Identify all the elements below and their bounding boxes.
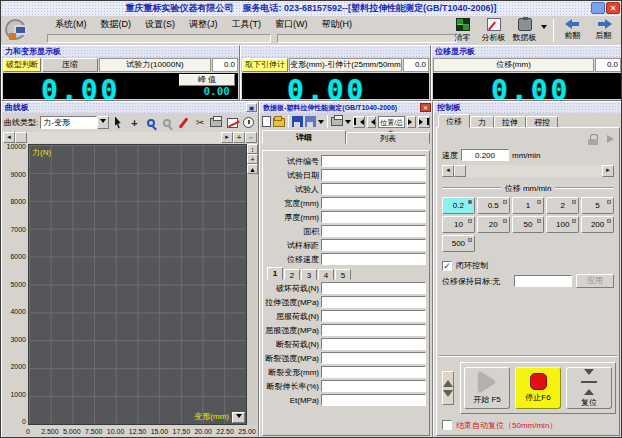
auto-reset-checkbox[interactable] <box>442 420 452 430</box>
page-next-button[interactable]: 后翻 <box>588 17 619 41</box>
analysis-board-button[interactable]: 分析板 <box>478 17 509 43</box>
first-record-button[interactable] <box>353 116 365 128</box>
speed-preset-button[interactable]: 0.5 <box>477 197 510 214</box>
speed-preset-button[interactable]: 50 <box>512 216 545 233</box>
field-input[interactable] <box>321 380 426 392</box>
speed-preset-button[interactable]: 100 <box>546 216 579 233</box>
speed-preset-button[interactable]: 200 <box>581 216 614 233</box>
field-input[interactable] <box>321 352 426 364</box>
expand-right-icon[interactable] <box>607 135 614 143</box>
fit-horizontal-icon[interactable]: ↔ <box>245 132 257 143</box>
field-input[interactable] <box>321 253 426 265</box>
chart-plot-area[interactable]: 力(N) 变形(mm) <box>28 144 247 425</box>
speed-preset-button[interactable]: 20 <box>477 216 510 233</box>
apply-button[interactable]: 应用 <box>576 274 614 288</box>
crosshair-tool-button[interactable]: + <box>127 115 141 130</box>
menu-item[interactable]: 设置(S) <box>139 16 183 33</box>
zoom-reset-icon[interactable]: + <box>233 132 245 143</box>
field-input[interactable] <box>321 183 426 195</box>
last-record-button[interactable] <box>418 116 430 128</box>
break-detect-button[interactable]: 破型判断 <box>3 58 41 72</box>
stop-button[interactable]: 停止F6 <box>515 367 561 409</box>
field-input[interactable] <box>321 366 426 378</box>
save-button[interactable] <box>292 114 303 129</box>
speed-input[interactable]: 0.200 <box>461 149 509 161</box>
field-input[interactable] <box>321 225 426 237</box>
toolbar-dropdown-icon[interactable] <box>541 25 547 32</box>
specimen-subtab[interactable]: 5 <box>335 269 351 280</box>
timer-button[interactable] <box>242 115 256 130</box>
specimen-subtab[interactable]: 1 <box>267 267 283 280</box>
field-input[interactable] <box>321 394 426 406</box>
scroll-track[interactable] <box>15 132 221 143</box>
scroll-right-icon[interactable]: ► <box>602 165 614 177</box>
field-input[interactable] <box>321 169 426 181</box>
scroll-up-icon[interactable]: ▲ <box>247 164 258 174</box>
next-record-button[interactable] <box>407 116 416 128</box>
curve-type-select[interactable]: 力-变形 <box>40 116 109 129</box>
close-button[interactable]: ✕ <box>606 2 620 14</box>
field-input[interactable] <box>321 211 426 223</box>
page-prev-button[interactable]: 前翻 <box>557 17 588 41</box>
zoom-in-button[interactable] <box>144 115 158 130</box>
specimen-subtab[interactable]: 3 <box>301 269 317 280</box>
cursor-tool-button[interactable] <box>111 115 125 130</box>
restore-panel-button[interactable]: ▣ <box>246 103 257 112</box>
field-input[interactable] <box>321 310 426 322</box>
hold-target-input[interactable] <box>514 275 572 287</box>
closed-loop-checkbox[interactable]: ✓ <box>442 261 452 271</box>
plot-options-button[interactable] <box>232 412 245 423</box>
zoom-out-button[interactable] <box>160 115 174 130</box>
fit-vertical-icon[interactable]: ↕ <box>247 144 258 154</box>
specimen-subtab[interactable]: 2 <box>284 269 300 280</box>
scroll-right-icon[interactable]: ► <box>221 132 233 143</box>
zoom-reset-vertical-icon[interactable]: + <box>247 154 258 164</box>
field-input[interactable] <box>321 155 426 167</box>
chart-vertical-scrollbar[interactable]: ↕ + ▲ <box>247 144 258 425</box>
start-button[interactable]: 开始 F5 <box>464 367 510 409</box>
lock-icon[interactable] <box>588 134 599 145</box>
menu-item[interactable]: 数据(D) <box>95 16 140 33</box>
menu-item[interactable]: 调整(J) <box>183 16 226 33</box>
menu-item[interactable]: 系统(M) <box>49 16 95 33</box>
cut-button[interactable]: ✂ <box>193 115 207 130</box>
data-board-button[interactable]: 数据板 <box>509 17 540 43</box>
scroll-left-icon[interactable]: ◄ <box>3 132 15 143</box>
clear-zero-button[interactable]: 清零 <box>447 17 478 43</box>
scroll-left-icon[interactable]: ◄ <box>442 165 454 177</box>
control-tab[interactable]: 位移 <box>438 114 470 128</box>
field-input[interactable] <box>321 197 426 209</box>
close-panel-button[interactable]: ✕ <box>420 103 431 112</box>
open-button[interactable] <box>273 114 285 129</box>
speed-preset-button[interactable]: 2 <box>546 197 579 214</box>
print-chart-button[interactable] <box>209 115 223 130</box>
print-dropdown-icon[interactable] <box>345 120 351 127</box>
field-input[interactable] <box>321 296 426 308</box>
field-input[interactable] <box>321 282 426 294</box>
specimen-subtab[interactable]: 4 <box>318 269 334 280</box>
speed-preset-button[interactable]: 0.2 <box>442 197 475 214</box>
field-input[interactable] <box>321 324 426 336</box>
annotate-pen-button[interactable] <box>176 115 190 130</box>
scroll-track[interactable] <box>454 165 602 177</box>
prev-record-button[interactable] <box>367 116 376 128</box>
jog-button[interactable] <box>442 371 454 405</box>
speed-preset-button[interactable]: 10 <box>442 216 475 233</box>
compression-button[interactable]: 压缩 <box>42 58 98 72</box>
speed-preset-button[interactable]: 1 <box>512 197 545 214</box>
chevron-down-icon[interactable] <box>97 116 109 129</box>
speed-preset-button[interactable]: 500 <box>442 235 475 252</box>
reset-button[interactable]: 复位 <box>566 367 612 409</box>
field-input[interactable] <box>321 239 426 251</box>
speed-scrollbar[interactable]: ◄ ► <box>442 165 614 177</box>
speed-preset-button[interactable]: 5 <box>581 197 614 214</box>
chart-style-button[interactable] <box>225 115 239 130</box>
scroll-thumb[interactable] <box>454 165 466 177</box>
new-record-button[interactable] <box>262 114 271 129</box>
data-tab[interactable]: 列表 <box>346 132 430 144</box>
field-input[interactable] <box>321 338 426 350</box>
chart-horizontal-scrollbar[interactable]: ◄ ► + ↔ <box>3 132 257 143</box>
menu-item[interactable]: 工具(T) <box>226 16 270 33</box>
export-button[interactable] <box>305 114 316 129</box>
remove-extensometer-button[interactable]: 取下引伸计 <box>242 58 288 72</box>
